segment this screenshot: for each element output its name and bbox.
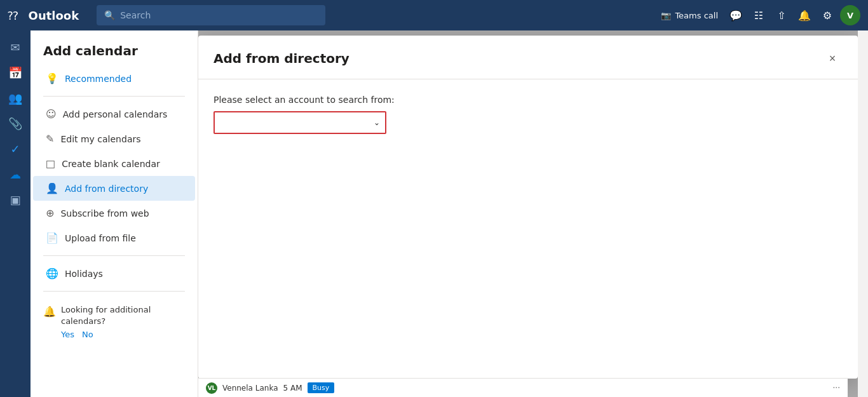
modal-title: Add from directory: [214, 51, 349, 66]
chat-icon-btn[interactable]: 💬: [726, 5, 746, 25]
apps-icon-btn[interactable]: ☷: [749, 5, 769, 25]
modal-overlay: Add from directory × Please select an ac…: [198, 30, 858, 397]
busy-badge: Busy: [308, 382, 335, 393]
divider-1: [43, 96, 185, 97]
sidebar-item-edit-calendars[interactable]: ✎ Edit my calendars: [33, 126, 195, 151]
share-icon-btn[interactable]: ⇧: [771, 5, 792, 25]
video-icon: 📷: [661, 11, 671, 20]
holidays-label: Holidays: [65, 269, 103, 279]
bottom-strip: VL Vennela Lanka 5 AM Busy ···: [198, 378, 848, 397]
globe-icon: 🌐: [46, 267, 58, 279]
add-personal-label: Add personal calendars: [63, 109, 168, 119]
create-blank-label: Create blank calendar: [62, 159, 160, 169]
avatar[interactable]: V: [840, 5, 860, 25]
sidebar-mail-icon[interactable]: ✉: [4, 36, 27, 58]
modal-header: Add from directory ×: [198, 36, 858, 79]
divider-3: [43, 291, 185, 292]
ellipsis-1: ···: [833, 384, 840, 393]
edit-calendar-icon: ✎: [46, 133, 54, 145]
sidebar-item-subscribe[interactable]: ⊕ Subscribe from web: [33, 201, 195, 225]
person-name: Vennela Lanka: [222, 384, 278, 393]
teams-call-label: Teams call: [675, 11, 718, 20]
looking-for-links: Yes No: [61, 330, 185, 339]
sidebar-item-add-personal[interactable]: ☺ Add personal calendars: [33, 102, 195, 126]
bell-icon-btn[interactable]: 🔔: [794, 5, 815, 25]
main-content: Add from directory × Please select an ac…: [198, 30, 858, 397]
divider-2: [43, 255, 185, 256]
sidebar-item-create-blank[interactable]: □ Create blank calendar: [33, 151, 195, 176]
yes-link[interactable]: Yes: [61, 330, 74, 339]
upload-label: Upload from file: [65, 233, 136, 243]
looking-for-text: Looking for additional calendars?: [61, 304, 185, 327]
recommended-label: Recommended: [65, 74, 132, 84]
main-layout: ✉ 📅 👥 📎 ✓ ☁ ▣ Add calendar 💡 Recommended…: [0, 30, 868, 397]
sidebar-calendar-icon[interactable]: 📅: [4, 61, 27, 84]
add-directory-label: Add from directory: [65, 184, 148, 194]
upload-icon: 📄: [46, 232, 58, 244]
smiley-icon: ☺: [46, 108, 57, 120]
looking-for-content: Looking for additional calendars? Yes No: [61, 304, 185, 339]
topbar-right: 📷 Teams call 💬 ☷ ⇧ 🔔 ⚙ V: [656, 5, 860, 25]
looking-for-section: 🔔 Looking for additional calendars? Yes …: [31, 297, 198, 347]
sidebar-item-holidays[interactable]: 🌐 Holidays: [33, 261, 195, 286]
sidebar-attach-icon[interactable]: 📎: [4, 112, 27, 135]
account-select-wrapper: ⌄: [214, 111, 386, 134]
select-account-label: Please select an account to search from:: [214, 95, 843, 105]
topbar: ⁇ Outlook 🔍 Search 📷 Teams call 💬 ☷ ⇧ 🔔 …: [0, 0, 868, 30]
add-from-directory-modal: Add from directory × Please select an ac…: [198, 36, 858, 379]
sidebar-icons: ✉ 📅 👥 📎 ✓ ☁ ▣: [0, 30, 31, 397]
subscribe-icon: ⊕: [46, 207, 54, 219]
sidebar-item-upload[interactable]: 📄 Upload from file: [33, 225, 195, 250]
info-icon: 🔔: [43, 306, 56, 318]
account-select[interactable]: [214, 111, 386, 134]
search-placeholder: Search: [120, 10, 151, 20]
directory-icon: 👤: [46, 182, 58, 194]
sidebar-item-add-from-directory[interactable]: 👤 Add from directory: [33, 176, 195, 201]
teams-call-button[interactable]: 📷 Teams call: [656, 8, 723, 23]
search-icon: 🔍: [104, 10, 115, 20]
app-name: Outlook: [29, 9, 79, 22]
right-scrollbar[interactable]: [858, 30, 868, 397]
settings-icon-btn[interactable]: ⚙: [817, 5, 837, 25]
sidebar-grid-icon[interactable]: ▣: [4, 188, 27, 211]
no-link[interactable]: No: [82, 330, 93, 339]
grid-icon[interactable]: ⁇: [8, 9, 18, 22]
add-calendar-sidebar: Add calendar 💡 Recommended ☺ Add persona…: [31, 30, 198, 397]
time-label: 5 AM: [283, 384, 302, 393]
sidebar-tasks-icon[interactable]: ✓: [4, 137, 27, 160]
sidebar-people-icon[interactable]: 👥: [4, 86, 27, 109]
search-bar[interactable]: 🔍 Search: [97, 5, 325, 25]
person-avatar-small: VL: [206, 382, 217, 394]
sidebar-cloud-icon[interactable]: ☁: [4, 163, 27, 185]
create-blank-icon: □: [46, 158, 55, 170]
modal-body: Please select an account to search from:…: [198, 79, 858, 379]
edit-my-label: Edit my calendars: [60, 134, 140, 144]
subscribe-label: Subscribe from web: [60, 208, 149, 219]
bulb-icon: 💡: [46, 72, 58, 84]
add-calendar-title: Add calendar: [31, 30, 198, 66]
sidebar-item-recommended[interactable]: 💡 Recommended: [33, 66, 195, 91]
modal-close-button[interactable]: ×: [822, 48, 843, 69]
